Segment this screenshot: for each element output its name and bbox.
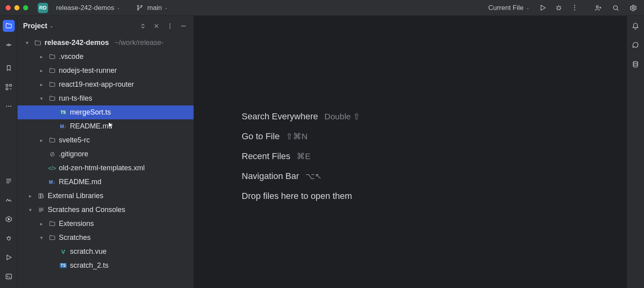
title-bar: RD release-242-demos ⌄ main ⌄ Current Fi… (0, 0, 644, 16)
settings-icon[interactable] (628, 3, 638, 13)
run-icon[interactable] (537, 3, 548, 13)
svg-point-24 (169, 25, 170, 26)
notifications-icon[interactable] (630, 20, 642, 32)
panel-options-icon[interactable] (165, 21, 175, 31)
ai-assistant-icon[interactable] (630, 39, 642, 51)
svg-point-2 (141, 5, 142, 7)
project-tool-button[interactable] (3, 20, 15, 32)
chevron-down-icon: ⌄ (116, 5, 120, 10)
tree-row-scratches[interactable]: Scratches (17, 231, 194, 245)
file-type-icon: M↓ (48, 179, 56, 185)
tree-row-readme-md[interactable]: M↓README.md (17, 175, 194, 189)
tree-arrow-icon[interactable] (26, 207, 34, 213)
project-name-label: release-242-demos (56, 4, 114, 12)
branch-name-label: main (147, 4, 162, 12)
svg-point-10 (632, 7, 634, 9)
tree-row-scratch-vue[interactable]: Vscratch.vue (17, 245, 194, 259)
chevron-down-icon[interactable] (23, 40, 31, 46)
run-config-label: Current File (488, 4, 524, 12)
tree-row-extensions[interactable]: Extensions (17, 217, 194, 231)
profiler-tool-button[interactable] (3, 194, 15, 206)
project-badge[interactable]: RD (38, 3, 48, 13)
right-tool-strip (627, 16, 644, 288)
branch-selector[interactable]: main ⌄ (132, 2, 170, 14)
database-icon[interactable] (630, 58, 642, 70)
svg-point-1 (137, 9, 139, 10)
svg-point-23 (169, 23, 170, 24)
tree-row-scratch-2-ts[interactable]: TSscratch_2.ts (17, 259, 194, 272)
tree-arrow-icon[interactable] (37, 68, 45, 74)
tree-row--gitignore[interactable]: ⊘.gitignore (17, 147, 194, 161)
tree-row-nodejs-test-runner[interactable]: nodejs-test-runner (17, 64, 194, 78)
tree-arrow-icon[interactable] (37, 137, 45, 143)
svg-rect-22 (6, 274, 12, 279)
tree-row-svelte5-rc[interactable]: svelte5-rc (17, 133, 194, 147)
tree-item-label: Scratches (59, 234, 91, 242)
project-panel-title[interactable]: Project ⌄ (23, 22, 53, 30)
todo-tool-button[interactable] (3, 175, 15, 187)
tree-item-label: External Libraries (48, 192, 103, 200)
file-type-icon (37, 193, 45, 199)
more-vert-icon[interactable] (569, 3, 580, 13)
tree-row-external-libraries[interactable]: External Libraries (17, 189, 194, 203)
terminal-tool-button[interactable] (3, 270, 15, 282)
select-opened-file-icon[interactable] (138, 21, 147, 31)
tree-arrow-icon[interactable] (26, 193, 34, 199)
services-tool-button[interactable] (3, 213, 15, 225)
file-type-icon: TS (59, 110, 68, 115)
tree-row--vscode[interactable]: .vscode (17, 50, 194, 64)
left-tool-strip (0, 16, 17, 288)
chevron-down-icon: ⌄ (164, 5, 168, 10)
tree-item-label: .gitignore (59, 150, 88, 158)
svg-point-16 (8, 106, 9, 107)
collapse-all-icon[interactable] (151, 21, 161, 31)
tree-root-path: ~/work/release- (114, 39, 164, 47)
folder-icon (33, 39, 42, 47)
file-type-icon (48, 67, 56, 74)
hide-panel-icon[interactable] (178, 21, 188, 31)
run-config-selector[interactable]: Current File ⌄ (486, 3, 532, 13)
commit-tool-button[interactable] (3, 39, 15, 51)
tree-item-label: Extensions (59, 220, 94, 228)
chevron-down-icon: ⌄ (526, 5, 530, 10)
tree-row-react19-next-app-router[interactable]: react19-next-app-router (17, 78, 194, 91)
svg-point-11 (8, 44, 10, 46)
tree-row-mergesort-ts[interactable]: TSmergeSort.ts (17, 105, 194, 119)
tree-arrow-icon[interactable] (37, 221, 45, 227)
tree-item-label: Scratches and Consoles (48, 206, 125, 214)
debug-tool-button[interactable] (3, 232, 15, 244)
tree-arrow-icon[interactable] (37, 95, 45, 101)
tree-row-readme-md[interactable]: M↓README.md (17, 119, 194, 133)
bookmarks-tool-button[interactable] (3, 62, 15, 74)
tree-row-run-ts-files[interactable]: run-ts-files (17, 91, 194, 105)
tree-arrow-icon[interactable] (37, 82, 45, 88)
debug-icon[interactable] (553, 3, 564, 13)
svg-rect-13 (10, 84, 12, 86)
file-type-icon (48, 234, 56, 241)
project-tree[interactable]: release-242-demos ~/work/release- .vscod… (17, 36, 194, 288)
editor-area[interactable]: Search Everywhere Double ⇧ Go to File ⇧⌘… (194, 16, 627, 288)
tree-item-label: .vscode (59, 53, 83, 61)
maximize-window-icon[interactable] (23, 5, 28, 10)
close-window-icon[interactable] (6, 5, 11, 10)
tree-row-scratches-and-consoles[interactable]: Scratches and Consoles (17, 203, 194, 217)
editor-empty-state: Search Everywhere Double ⇧ Go to File ⇧⌘… (242, 111, 360, 201)
project-selector[interactable]: release-242-demos ⌄ (54, 3, 122, 13)
tree-arrow-icon[interactable] (37, 54, 45, 60)
hint-navigation-bar: Navigation Bar ⌥↖ (242, 171, 360, 181)
tree-row-old-zen-html-templates-xml[interactable]: </>old-zen-html-templates.xml (17, 161, 194, 175)
run-tool-button[interactable] (3, 251, 15, 263)
code-with-me-icon[interactable] (593, 3, 603, 13)
file-type-icon: M↓ (59, 124, 68, 129)
hint-recent-files: Recent Files ⌘E (242, 151, 360, 162)
svg-marker-21 (7, 255, 11, 260)
svg-rect-27 (41, 194, 42, 198)
tree-root-row[interactable]: release-242-demos ~/work/release- (17, 36, 194, 50)
more-tools-button[interactable] (3, 100, 15, 112)
structure-tool-button[interactable] (3, 81, 15, 93)
minimize-window-icon[interactable] (14, 5, 19, 10)
svg-point-28 (633, 61, 638, 63)
hint-drop-files: Drop files here to open them (242, 191, 360, 201)
search-icon[interactable] (611, 3, 621, 13)
tree-arrow-icon[interactable] (37, 235, 45, 241)
